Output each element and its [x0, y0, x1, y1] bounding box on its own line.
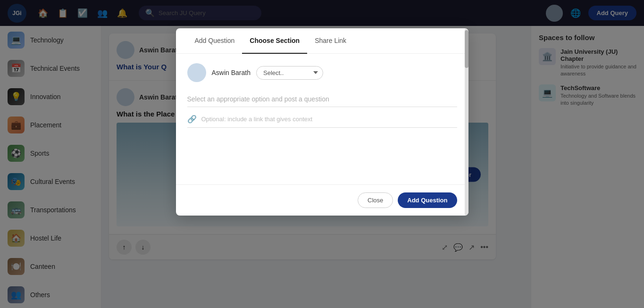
link-icon: 🔗: [187, 115, 197, 124]
link-input[interactable]: [201, 116, 457, 123]
modal-footer: Close Add Question: [176, 184, 468, 216]
question-input[interactable]: [187, 92, 457, 107]
modal-user-avatar: [187, 63, 206, 82]
add-question-button[interactable]: Add Question: [398, 192, 457, 208]
modal-link-row: 🔗: [187, 115, 457, 128]
add-question-modal: Add Question Choose Section Share Link A…: [176, 28, 468, 216]
modal-body: Aswin Barath Select.. Technology Technic…: [176, 54, 468, 137]
modal-user-row: Aswin Barath Select.. Technology Technic…: [187, 63, 457, 82]
tab-choose-section[interactable]: Choose Section: [242, 28, 307, 54]
tab-share-link[interactable]: Share Link: [307, 28, 354, 54]
section-select[interactable]: Select.. Technology Technical Events Inn…: [256, 66, 323, 80]
tab-add-question[interactable]: Add Question: [187, 28, 243, 54]
modal-header: Add Question Choose Section Share Link: [176, 28, 468, 54]
modal-scrollbar: [465, 28, 468, 216]
modal-user-name: Aswin Barath: [212, 69, 251, 76]
modal-scrollbar-thumb: [465, 30, 468, 68]
close-button[interactable]: Close: [358, 192, 393, 208]
